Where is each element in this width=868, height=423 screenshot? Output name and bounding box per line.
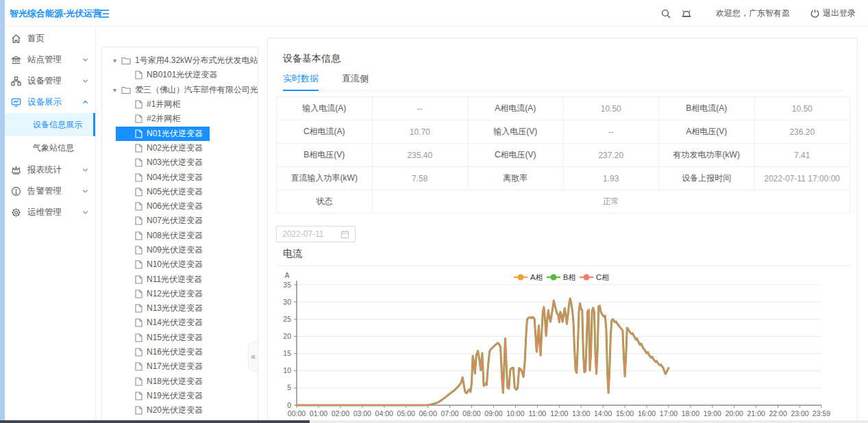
tree-device-node[interactable]: N17光伏逆变器: [102, 359, 258, 374]
bank-icon: [11, 55, 21, 65]
app-logo: 智光综合能源-光伏运营: [10, 0, 96, 27]
caret-down-icon[interactable]: ▾: [113, 57, 116, 64]
tree-device-node[interactable]: N13光伏逆变器: [102, 301, 258, 316]
sidebar-item-报表统计[interactable]: 报表统计: [0, 159, 95, 181]
info-value: --: [372, 97, 468, 120]
tree-device-node[interactable]: N02光伏逆变器: [102, 141, 258, 155]
tree-station-node[interactable]: ▾1号家用4.32kW分布式光伏发电站: [102, 53, 258, 68]
tree-device-label: N14光伏逆变器: [147, 317, 203, 329]
sidebar-item-运维管理[interactable]: 运维管理: [0, 202, 95, 223]
info-label: 直流输入功率(kW): [277, 167, 373, 190]
welcome-text: 欢迎您，广东智有盈: [716, 8, 790, 19]
tree-device-node[interactable]: N11光伏逆变器: [102, 272, 258, 286]
file-icon: [135, 260, 142, 269]
cluster-icon: [11, 76, 21, 86]
x-tick-label: 11:00: [529, 409, 547, 418]
y-axis-unit: A: [284, 271, 289, 279]
info-value: 235.40: [372, 144, 468, 167]
tree-device-node[interactable]: N03光伏逆变器: [102, 155, 258, 170]
tree-device-node[interactable]: #1并网柜: [102, 97, 258, 112]
caret-down-icon[interactable]: ▾: [113, 86, 116, 94]
x-tick-label: 15:00: [616, 409, 634, 418]
menu-fold-icon[interactable]: [98, 8, 110, 20]
tree-device-label: N11光伏逆变器: [147, 274, 202, 285]
report-icon: [11, 165, 21, 175]
x-tick-label: 18:00: [682, 409, 699, 418]
tree-device-label: N09光伏逆变器: [147, 244, 203, 256]
tree-device-node[interactable]: N20光伏逆变器: [102, 403, 258, 418]
tree-device-node[interactable]: N16光伏逆变器: [102, 345, 258, 359]
search-icon[interactable]: [656, 0, 676, 27]
tree-device-node[interactable]: N12光伏逆变器: [102, 287, 258, 301]
x-tick-label: 01:00: [310, 409, 327, 418]
alarm-bell-icon[interactable]: [676, 0, 697, 27]
horizontal-scrollbar-thumb[interactable]: [0, 420, 310, 423]
power-icon: [810, 9, 819, 18]
tree-device-node[interactable]: N15光伏逆变器: [102, 331, 258, 345]
chevron-down-icon: [82, 167, 88, 173]
info-value: 10.50: [754, 97, 850, 120]
tree-device-node[interactable]: N05光伏逆变器: [102, 185, 258, 199]
sidebar-subitem-设备信息展示[interactable]: 设备信息展示: [0, 113, 95, 136]
logout-button[interactable]: 退出登录: [810, 8, 856, 19]
legend-label: C相: [596, 273, 609, 281]
tree-device-node[interactable]: N04光伏逆变器: [102, 170, 258, 184]
tree-device-label: N02光伏逆变器: [147, 142, 203, 154]
tree-device-node-selected[interactable]: N01光伏逆变器: [102, 126, 258, 140]
tree-station-node[interactable]: ▾爱三（佛山）汽车部件有限公司光伏发: [102, 83, 258, 97]
legend-marker-dot: [518, 274, 524, 281]
x-tick-label: 14:00: [594, 409, 612, 418]
file-icon: [135, 129, 142, 138]
file-icon: [135, 406, 142, 415]
file-icon: [135, 188, 142, 196]
tree-device-node[interactable]: N10光伏逆变器: [102, 257, 258, 272]
tree-device-node[interactable]: N08光伏逆变器: [102, 229, 258, 243]
info-value: 237.20: [563, 144, 659, 167]
info-value: 7.58: [372, 167, 468, 190]
table-row: B相电压(V)235.40C相电压(V)237.20有功发电功率(kW)7.41: [277, 144, 850, 167]
tree-device-node[interactable]: NB0101光伏逆变器: [102, 68, 258, 82]
y-tick-label: 0: [287, 401, 291, 409]
sidebar-subitem-气象站信息[interactable]: 气象站信息: [0, 136, 95, 159]
tree-device-node[interactable]: N19光伏逆变器: [102, 389, 258, 403]
tree-device-label: NB0101光伏逆变器: [147, 69, 217, 81]
tree-device-node[interactable]: N06光伏逆变器: [102, 199, 258, 214]
folder-icon: [121, 56, 131, 65]
home-icon: [11, 34, 21, 44]
chevron-up-icon: [82, 99, 88, 105]
x-tick-label: 08:00: [462, 409, 480, 418]
info-label: A相电流(A): [468, 97, 564, 120]
file-icon: [135, 348, 142, 357]
header-right: 欢迎您，广东智有盈 退出登录: [656, 0, 856, 27]
sidebar-item-站点管理[interactable]: 站点管理: [0, 49, 95, 70]
panel-title: 设备基本信息: [283, 53, 340, 65]
sidebar-menu: 首页站点管理设备管理设备展示设备信息展示气象站信息报表统计告警管理运维管理: [0, 28, 95, 223]
file-icon: [135, 377, 142, 386]
horizontal-scrollbar-track[interactable]: [0, 420, 868, 423]
y-tick-label: 20: [283, 332, 291, 340]
sidebar-item-设备管理[interactable]: 设备管理: [0, 70, 95, 92]
tree-device-node[interactable]: N07光伏逆变器: [102, 214, 258, 228]
sidebar-item-首页[interactable]: 首页: [0, 28, 95, 49]
sidebar-item-告警管理[interactable]: 告警管理: [0, 181, 95, 202]
file-icon: [135, 173, 142, 182]
tab-bar: 实时数据直流侧: [283, 71, 843, 91]
date-picker[interactable]: 2022-07-11: [276, 226, 356, 242]
x-tick-label: 06:00: [419, 409, 436, 418]
tree-collapse-handle[interactable]: «: [248, 342, 258, 372]
chart-section-title: 电流: [283, 248, 302, 260]
x-tick-label: 00:00: [288, 409, 306, 418]
tree-device-label: #2并网柜: [147, 113, 180, 125]
x-tick-label: 07:00: [441, 409, 458, 418]
info-label: 输入电流(A): [277, 97, 373, 120]
tree-device-node[interactable]: N09光伏逆变器: [102, 243, 258, 257]
tree-device-node[interactable]: N18光伏逆变器: [102, 374, 258, 389]
tab-实时数据[interactable]: 实时数据: [283, 71, 319, 91]
sidebar-item-label: 站点管理: [27, 54, 62, 66]
tree-device-node[interactable]: #2并网柜: [102, 112, 258, 126]
tab-直流侧[interactable]: 直流侧: [342, 71, 369, 91]
tree-device-node[interactable]: N14光伏逆变器: [102, 316, 258, 330]
table-row: C相电流(A)10.70输入电压(V)--A相电压(V)236.20: [277, 120, 850, 144]
sidebar-item-label: 告警管理: [27, 185, 62, 197]
sidebar-item-设备展示[interactable]: 设备展示: [0, 92, 95, 113]
